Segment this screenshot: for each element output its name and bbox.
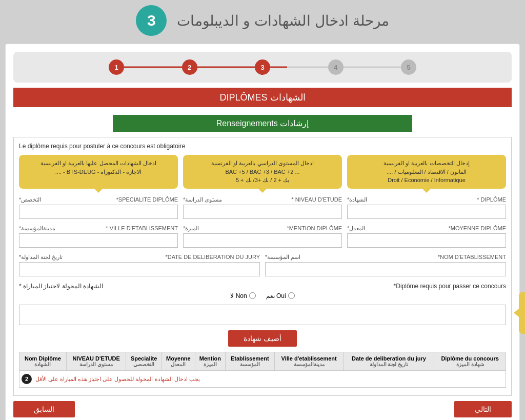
col-moyenne: Moyenne المعدل <box>161 352 195 370</box>
table-step-num: 2 <box>22 374 32 384</box>
date-delib-label: DATE DE DELIBERATION DU JURY* تاريخ لجنة… <box>19 254 260 261</box>
diplome-label-ar: الشهادة* <box>347 196 367 203</box>
form-row-2: MOYENNE DIPLÔME* المعدل* MENTION DIPLÔME… <box>19 225 506 248</box>
niveau-label: NIVEAU D'ETUDE * مستوى الدراسة* <box>183 196 342 203</box>
progress-step-4[interactable]: 4 <box>328 59 344 75</box>
col-date-delib: Date de deliberation du jury تاريخ لجنة … <box>344 352 434 370</box>
diplome-label-fr: DIPLÔME * <box>477 196 506 203</box>
niveau-label-fr: NIVEAU D'ETUDE * <box>291 196 342 203</box>
section-header-diplomes: الشهادات DIPLÔMES <box>13 88 512 107</box>
moyenne-label-fr: MOYENNE DIPLÔME* <box>449 225 506 232</box>
radio-non-label: Non لا <box>230 292 247 299</box>
diplome-requis-section: Diplôme requis pour passer ce concours* … <box>19 283 506 299</box>
sub-header-renseignements: إرشادات Renseignements <box>113 115 412 132</box>
ville-label-fr: VILLE D'ETABLISSEMENT * <box>106 225 178 232</box>
add-diplome-button[interactable]: أضيف شهادة <box>228 330 297 347</box>
table-notice-row: 2 يجب ادخال الشهادة المخولة للحصول على ا… <box>19 370 506 387</box>
mention-label-fr: MENTION DIPLÔME* <box>287 225 342 232</box>
diplome-requis-label-fr: Diplôme requis pour passer ce concours* <box>394 283 506 290</box>
form-row-3: NOM D'ETABLISSEMENT* اسم المؤسسة* DATE D… <box>19 254 506 276</box>
diplomes-table: Nom Diplôme الشهادة NIVEAU D'ETUDE مستوى… <box>19 352 506 388</box>
mention-label: MENTION DIPLÔME* الميزة* <box>183 225 342 232</box>
form-group-specialite: SPECIALITE DIPLÔME* التخصص* <box>19 196 178 219</box>
tooltip-3: إدخال التخصصات بالعربية او الفرنسيةالقان… <box>347 155 506 189</box>
nom-etab-label-fr: NOM D'ETABLISSEMENT* <box>438 254 506 261</box>
date-delib-label-ar: تاريخ لجنة المداولة* <box>19 254 63 261</box>
tooltip-3-text: إدخال التخصصات بالعربية او الفرنسيةالقان… <box>383 160 469 183</box>
progress-container: 1 2 3 4 5 <box>13 52 512 83</box>
form-group-niveau: NIVEAU D'ETUDE * مستوى الدراسة* <box>183 196 342 219</box>
page-header: مرحلة ادخال الشهادات و الديبلومات 3 <box>5 5 520 36</box>
table-notice-cell: 2 يجب ادخال الشهادة المخولة للحصول على ا… <box>19 370 506 387</box>
diplome-label: DIPLÔME * الشهادة* <box>347 196 506 203</box>
niveau-label-ar: مستوى الدراسة* <box>183 196 222 203</box>
radio-oui-input[interactable] <box>288 292 295 299</box>
next-button[interactable]: التالي <box>454 401 512 417</box>
ville-label-ar: مدينةالمؤسسة* <box>19 225 55 232</box>
diplome-requis-label-ar: الشهادة المخولة لاجتياز المباراة * <box>19 283 103 290</box>
col-mention: Mention الميزة <box>195 352 225 370</box>
form-group-ville: VILLE D'ETABLISSEMENT * مدينةالمؤسسة* <box>19 225 178 248</box>
mention-input[interactable] <box>183 233 342 248</box>
form-section: Le diplôme requis pour postuler à ce con… <box>13 137 512 396</box>
progress-bar: 1 2 3 4 5 <box>109 59 416 75</box>
form-group-nom-etab: NOM D'ETABLISSEMENT* اسم المؤسسة* <box>265 254 506 276</box>
nom-etab-input[interactable] <box>265 262 506 276</box>
progress-step-2[interactable]: 2 <box>182 59 197 75</box>
moyenne-label: MOYENNE DIPLÔME* المعدل* <box>347 225 506 232</box>
niveau-input[interactable] <box>183 205 342 219</box>
col-etablissement: Etablissement المؤسسة <box>225 352 274 370</box>
col-diplome-concours: Diplôme du concours شهادة الميزة <box>434 352 506 370</box>
step-circle: 3 <box>136 5 167 36</box>
table-header-row: Nom Diplôme الشهادة NIVEAU D'ETUDE مستوى… <box>19 352 506 370</box>
date-delib-input[interactable] <box>19 262 260 276</box>
moyenne-input[interactable] <box>347 233 506 248</box>
info-text: Le diplôme requis pour postuler à ce con… <box>19 143 506 150</box>
mention-label-ar: الميزة* <box>183 225 199 232</box>
progress-step-3[interactable]: 3 <box>255 59 270 75</box>
radio-non-input[interactable] <box>249 292 256 299</box>
progress-step-5[interactable]: 5 <box>401 59 416 75</box>
side-tooltip: 2 عند الانتهاء اضغط هنا لتضضيف الشهادة ف… <box>519 292 525 334</box>
col-specialite: Specialite التخصصي <box>126 352 161 370</box>
radio-non[interactable]: Non لا <box>230 292 255 299</box>
radio-oui[interactable]: Oui نعم <box>266 292 295 299</box>
diplome-requis-input[interactable] <box>19 305 506 325</box>
specialite-label-ar: التخصص* <box>19 196 41 203</box>
bottom-nav: التالي السابق <box>13 401 512 417</box>
form-group-mention: MENTION DIPLÔME* الميزة* <box>183 225 342 248</box>
specialite-input[interactable] <box>19 205 178 219</box>
col-nom-diplome: Nom Diplôme الشهادة <box>19 352 67 370</box>
col-ville: Ville d'etablissement مدينةالمؤسسة <box>274 352 344 370</box>
diplome-requis-label: Diplôme requis pour passer ce concours* … <box>19 283 506 290</box>
form-row-1: DIPLÔME * الشهادة* NIVEAU D'ETUDE * مستو… <box>19 196 506 219</box>
tooltips-row: ادخال الشهادات المحصل عليها بالعربية او … <box>19 155 506 189</box>
main-container: 1 2 3 4 5 الشهادات DIPLÔMES إرشادات Rens… <box>5 44 520 420</box>
ville-label: VILLE D'ETABLISSEMENT * مدينةالمؤسسة* <box>19 225 178 232</box>
radio-oui-label: Oui نعم <box>266 292 286 299</box>
form-group-date-delib: DATE DE DELIBERATION DU JURY* تاريخ لجنة… <box>19 254 260 276</box>
page-title: مرحلة ادخال الشهادات و الديبلومات <box>177 12 389 29</box>
table-notice-text: يجب ادخال الشهادة المخولة للحصول على اجت… <box>33 374 202 384</box>
form-group-moyenne: MOYENNE DIPLÔME* المعدل* <box>347 225 506 248</box>
col-niveau: NIVEAU D'ETUDE مستوى الدراسة <box>66 352 126 370</box>
tooltip-1-text: ادخال الشهادات المحصل عليها بالعربية او … <box>41 160 156 175</box>
radio-group: Oui نعم Non لا <box>19 292 506 299</box>
tooltip-2-text: ادخال المستوى الدراسي بالعربية او الفرنس… <box>211 160 313 183</box>
diplome-input[interactable] <box>347 205 506 219</box>
moyenne-label-ar: المعدل* <box>347 225 365 232</box>
date-delib-label-fr: DATE DE DELIBERATION DU JURY* <box>165 254 260 261</box>
specialite-label: SPECIALITE DIPLÔME* التخصص* <box>19 196 178 203</box>
form-group-diplome: DIPLÔME * الشهادة* <box>347 196 506 219</box>
nom-etab-label: NOM D'ETABLISSEMENT* اسم المؤسسة* <box>265 254 506 261</box>
tooltip-2: ادخال المستوى الدراسي بالعربية او الفرنس… <box>183 155 342 189</box>
ville-input[interactable] <box>19 233 178 248</box>
prev-button[interactable]: السابق <box>13 401 75 417</box>
specialite-label-fr: SPECIALITE DIPLÔME* <box>116 196 178 203</box>
tooltip-1: ادخال الشهادات المحصل عليها بالعربية او … <box>19 155 178 189</box>
nom-etab-label-ar: اسم المؤسسة* <box>265 254 300 261</box>
progress-step-1[interactable]: 1 <box>109 59 124 75</box>
